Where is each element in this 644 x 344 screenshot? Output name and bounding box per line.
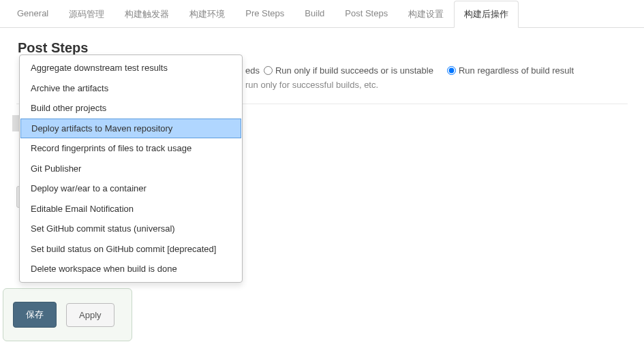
menu-item[interactable]: Set GitHub commit status (universal) bbox=[20, 219, 242, 239]
tab-presteps[interactable]: Pre Steps bbox=[235, 1, 294, 28]
config-tabs: General 源码管理 构建触发器 构建环境 Pre Steps Build … bbox=[0, 0, 644, 28]
menu-item[interactable]: Deploy war/ear to a container bbox=[20, 178, 242, 199]
menu-item[interactable]: Delete workspace when build is done bbox=[20, 259, 242, 279]
radio-opt3[interactable]: Run regardless of build result bbox=[447, 65, 574, 76]
menu-item[interactable]: Aggregate downstream test results bbox=[20, 58, 242, 78]
radio-opt2-input[interactable] bbox=[264, 66, 273, 75]
tab-scm[interactable]: 源码管理 bbox=[59, 1, 114, 28]
save-button[interactable]: 保存 bbox=[13, 302, 57, 328]
tab-build[interactable]: Build bbox=[294, 1, 335, 28]
menu-item[interactable]: Editable Email Notification bbox=[20, 199, 242, 219]
menu-item[interactable]: Record fingerprints of files to track us… bbox=[20, 138, 242, 159]
menu-item[interactable]: Set build status on GitHub commit [depre… bbox=[20, 239, 242, 260]
radio-opt2-label: Run only if build succeeds or is unstabl… bbox=[275, 65, 433, 76]
tab-general[interactable]: General bbox=[7, 1, 59, 28]
menu-item[interactable]: Git Publisher bbox=[20, 159, 242, 179]
menu-item[interactable]: Build other projects bbox=[20, 98, 242, 119]
radio-opt1-partial-label: eds bbox=[245, 65, 260, 76]
tab-postbuild[interactable]: 构建后操作 bbox=[454, 1, 519, 28]
menu-item[interactable]: Archive the artifacts bbox=[20, 78, 242, 99]
tab-poststeps[interactable]: Post Steps bbox=[335, 1, 398, 28]
tab-triggers[interactable]: 构建触发器 bbox=[114, 1, 179, 28]
tab-settings[interactable]: 构建设置 bbox=[398, 1, 454, 28]
post-build-step-menu: Aggregate downstream test resultsArchive… bbox=[19, 54, 243, 283]
tab-env[interactable]: 构建环境 bbox=[179, 1, 235, 28]
radio-opt2[interactable]: Run only if build succeeds or is unstabl… bbox=[264, 65, 433, 76]
radio-opt3-label: Run regardless of build result bbox=[459, 65, 574, 76]
menu-item[interactable]: Deploy artifacts to Maven repository bbox=[20, 119, 241, 139]
apply-button[interactable]: Apply bbox=[66, 303, 114, 327]
footer-actions: 保存 Apply bbox=[3, 288, 132, 341]
radio-opt3-input[interactable] bbox=[447, 66, 456, 75]
